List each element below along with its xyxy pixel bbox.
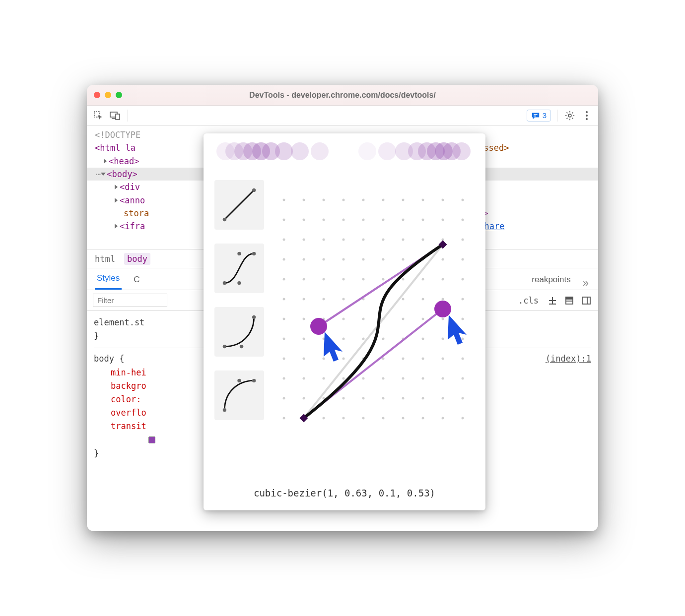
- device-toolbar-icon[interactable]: [109, 109, 122, 122]
- svg-point-135: [362, 397, 365, 400]
- new-style-rule-icon[interactable]: [547, 295, 558, 307]
- svg-point-92: [303, 318, 305, 320]
- bezier-preset-linear[interactable]: [214, 180, 264, 230]
- svg-rect-5: [534, 116, 536, 117]
- svg-point-54: [342, 239, 345, 241]
- svg-point-47: [402, 219, 405, 221]
- svg-point-30: [252, 379, 256, 382]
- rule-selector: body {: [94, 354, 124, 364]
- bezier-preset-ease-in-out[interactable]: [214, 244, 264, 293]
- svg-point-113: [323, 358, 325, 360]
- svg-point-74: [342, 278, 345, 281]
- breadcrumb-item[interactable]: body: [124, 253, 150, 265]
- svg-point-144: [342, 417, 345, 420]
- bezier-preset-ease-in[interactable]: [214, 307, 264, 357]
- gear-icon[interactable]: [563, 109, 576, 122]
- svg-point-38: [422, 199, 424, 201]
- svg-point-44: [342, 219, 345, 221]
- svg-point-119: [442, 358, 444, 360]
- svg-point-58: [422, 239, 424, 241]
- svg-point-45: [362, 219, 365, 221]
- svg-point-111: [283, 358, 285, 360]
- toolbar-separator: [128, 110, 128, 122]
- svg-point-117: [402, 358, 405, 360]
- svg-point-129: [442, 377, 444, 380]
- svg-point-61: [283, 258, 285, 261]
- bezier-swatch-icon[interactable]: [148, 436, 155, 443]
- svg-point-131: [283, 397, 285, 400]
- toggle-sidebar-icon[interactable]: [580, 295, 592, 307]
- svg-point-114: [342, 358, 345, 360]
- svg-point-133: [323, 397, 325, 400]
- svg-point-71: [283, 278, 285, 281]
- bezier-handle-p1[interactable]: [434, 301, 451, 317]
- svg-point-55: [362, 239, 365, 241]
- svg-point-81: [283, 298, 285, 301]
- svg-point-132: [303, 397, 305, 400]
- more-tabs-icon[interactable]: »: [583, 277, 590, 290]
- svg-rect-16: [582, 297, 590, 304]
- svg-point-91: [283, 318, 285, 320]
- bezier-handle-p2[interactable]: [310, 318, 327, 335]
- svg-point-145: [362, 417, 365, 420]
- svg-point-84: [342, 298, 345, 301]
- svg-point-50: [462, 219, 464, 221]
- svg-point-19: [223, 218, 226, 221]
- svg-point-76: [382, 278, 385, 281]
- svg-point-66: [382, 258, 385, 261]
- svg-point-110: [462, 338, 464, 340]
- svg-point-148: [422, 417, 424, 420]
- tab-breakpoints[interactable]: reakpoints: [530, 271, 572, 290]
- svg-point-36: [382, 199, 385, 201]
- bezier-editor[interactable]: cubic-bezier(1, 0.63, 0.1, 0.53): [204, 133, 485, 510]
- svg-point-65: [362, 258, 365, 261]
- svg-point-29: [237, 379, 241, 382]
- svg-point-124: [342, 377, 345, 380]
- svg-point-41: [283, 219, 285, 221]
- issues-badge[interactable]: 3: [527, 110, 551, 122]
- svg-rect-2: [116, 114, 120, 120]
- computed-styles-icon[interactable]: [563, 295, 575, 307]
- svg-point-51: [283, 239, 285, 241]
- rule-origin[interactable]: (index):1: [546, 352, 591, 366]
- cursor-icon: [448, 315, 467, 345]
- svg-point-73: [323, 278, 325, 281]
- svg-point-118: [422, 358, 424, 360]
- svg-point-126: [382, 377, 385, 380]
- tab-computed[interactable]: C: [132, 271, 141, 290]
- filter-input[interactable]: [93, 294, 167, 307]
- svg-point-43: [323, 219, 325, 221]
- svg-point-123: [323, 377, 325, 380]
- svg-point-52: [303, 239, 305, 241]
- bezier-curve-canvas[interactable]: [269, 175, 477, 480]
- svg-point-49: [442, 219, 444, 221]
- svg-point-75: [362, 278, 365, 281]
- cls-toggle[interactable]: .cls: [515, 295, 542, 307]
- kebab-menu-icon[interactable]: [580, 109, 593, 122]
- svg-point-89: [442, 298, 444, 301]
- svg-point-27: [252, 315, 256, 319]
- svg-point-46: [382, 219, 385, 221]
- svg-point-7: [586, 111, 588, 113]
- svg-point-98: [422, 318, 424, 320]
- breadcrumb-item[interactable]: html: [95, 254, 115, 264]
- svg-point-150: [462, 417, 464, 420]
- titlebar-title: DevTools - developer.chrome.com/docs/dev…: [87, 91, 598, 100]
- bezier-preset-ease-out[interactable]: [214, 370, 264, 420]
- svg-point-37: [402, 199, 405, 201]
- svg-point-32: [303, 199, 305, 201]
- svg-point-109: [442, 338, 444, 340]
- svg-point-53: [323, 239, 325, 241]
- svg-point-140: [462, 397, 464, 400]
- svg-point-127: [402, 377, 405, 380]
- devtools-window: DevTools - developer.chrome.com/docs/dev…: [87, 85, 598, 531]
- svg-point-97: [402, 318, 405, 320]
- svg-point-8: [586, 115, 588, 117]
- tab-styles[interactable]: Styles: [95, 269, 122, 290]
- svg-rect-4: [534, 114, 537, 115]
- inspect-element-icon[interactable]: [92, 109, 105, 122]
- svg-point-34: [342, 199, 345, 201]
- svg-point-82: [303, 298, 305, 301]
- svg-point-63: [323, 258, 325, 261]
- svg-point-79: [442, 278, 444, 281]
